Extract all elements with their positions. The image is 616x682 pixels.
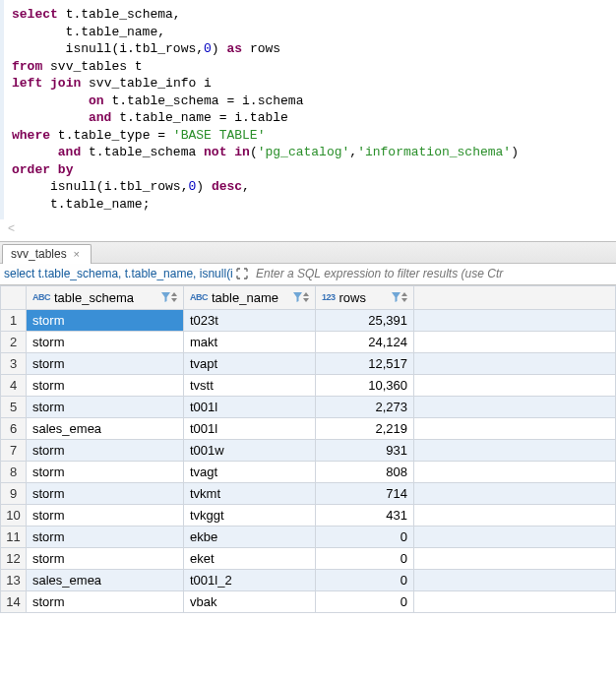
cell-table-name[interactable]: t001l_2 [184, 569, 316, 590]
cell-table-name[interactable]: makt [184, 331, 316, 352]
table-row[interactable]: 6sales_emeat001l2,219 [1, 417, 616, 439]
table-row[interactable]: 4stormtvstt10,360 [1, 374, 616, 396]
column-header-rows[interactable]: 123 rows [316, 285, 414, 309]
cell-table-name[interactable]: tvkggt [184, 504, 316, 526]
cell-table-name[interactable]: t023t [184, 309, 316, 331]
expand-filter-icon[interactable] [234, 266, 250, 281]
table-row[interactable]: 12stormeket0 [1, 547, 616, 569]
column-label: table_name [212, 290, 278, 305]
cell-table-name[interactable]: t001l [184, 396, 316, 417]
scroll-left-hint[interactable]: < [0, 219, 616, 237]
cell-table-schema[interactable]: storm [27, 547, 184, 569]
column-filter-icon[interactable] [161, 292, 177, 302]
table-row[interactable]: 7stormt001w931 [1, 439, 616, 461]
cell-table-name[interactable]: t001l [184, 417, 316, 439]
table-row[interactable]: 14stormvbak0 [1, 590, 616, 612]
cell-table-schema[interactable]: sales_emea [27, 417, 184, 439]
cell-table-schema[interactable]: storm [27, 439, 184, 461]
row-number[interactable]: 4 [1, 374, 27, 396]
cell-rows[interactable]: 0 [316, 547, 414, 569]
table-row[interactable]: 9stormtvkmt714 [1, 482, 616, 504]
table-row[interactable]: 13sales_emeat001l_20 [1, 569, 616, 590]
cell-rows[interactable]: 431 [316, 504, 414, 526]
row-number[interactable]: 14 [1, 590, 27, 612]
table-row[interactable]: 10stormtvkggt431 [1, 504, 616, 526]
cell-table-name[interactable]: vbak [184, 590, 316, 612]
results-grid[interactable]: ABC table_schema ABC table_name [0, 285, 616, 613]
cell-table-name[interactable]: t001w [184, 439, 316, 461]
cell-rows[interactable]: 808 [316, 461, 414, 482]
cell-pad [414, 396, 616, 417]
row-number[interactable]: 6 [1, 417, 27, 439]
cell-pad [414, 461, 616, 482]
row-number[interactable]: 3 [1, 352, 27, 374]
cell-table-name[interactable]: tvstt [184, 374, 316, 396]
cell-rows[interactable]: 10,360 [316, 374, 414, 396]
row-number[interactable]: 13 [1, 569, 27, 590]
column-header-pad [414, 285, 616, 309]
cell-rows[interactable]: 12,517 [316, 352, 414, 374]
cell-rows[interactable]: 25,391 [316, 309, 414, 331]
type-text-icon: ABC [190, 292, 208, 302]
table-row[interactable]: 11stormekbe0 [1, 526, 616, 547]
cell-table-schema[interactable]: storm [27, 309, 184, 331]
row-number-header[interactable] [1, 285, 27, 309]
results-tab-bar: svv_tables × [0, 242, 616, 264]
cell-pad [414, 547, 616, 569]
type-number-icon: 123 [322, 292, 336, 302]
cell-table-name[interactable]: tvkmt [184, 482, 316, 504]
close-icon[interactable]: × [71, 248, 83, 260]
cell-table-schema[interactable]: storm [27, 482, 184, 504]
cell-pad [414, 504, 616, 526]
cell-rows[interactable]: 0 [316, 569, 414, 590]
cell-table-name[interactable]: tvagt [184, 461, 316, 482]
cell-rows[interactable]: 24,124 [316, 331, 414, 352]
cell-table-schema[interactable]: storm [27, 504, 184, 526]
cell-table-name[interactable]: ekbe [184, 526, 316, 547]
column-label: rows [339, 290, 366, 305]
row-number[interactable]: 2 [1, 331, 27, 352]
cell-table-schema[interactable]: storm [27, 526, 184, 547]
cell-table-schema[interactable]: storm [27, 374, 184, 396]
sql-editor[interactable]: select t.table_schema, t.table_name, isn… [0, 0, 616, 219]
results-filter-bar: select t.table_schema, t.table_name, isn… [0, 264, 616, 285]
table-row[interactable]: 3stormtvapt12,517 [1, 352, 616, 374]
column-filter-icon[interactable] [392, 292, 407, 302]
row-number[interactable]: 12 [1, 547, 27, 569]
row-number[interactable]: 9 [1, 482, 27, 504]
table-row[interactable]: 8stormtvagt808 [1, 461, 616, 482]
cell-table-schema[interactable]: storm [27, 396, 184, 417]
row-number[interactable]: 7 [1, 439, 27, 461]
query-echo: select t.table_schema, t.table_name, isn… [0, 267, 232, 280]
column-header-name[interactable]: ABC table_name [184, 285, 316, 309]
cell-table-schema[interactable]: sales_emea [27, 569, 184, 590]
cell-table-schema[interactable]: storm [27, 352, 184, 374]
row-number[interactable]: 1 [1, 309, 27, 331]
cell-pad [414, 569, 616, 590]
cell-table-name[interactable]: tvapt [184, 352, 316, 374]
row-number[interactable]: 10 [1, 504, 27, 526]
cell-table-schema[interactable]: storm [27, 461, 184, 482]
table-row[interactable]: 2stormmakt24,124 [1, 331, 616, 352]
cell-rows[interactable]: 2,219 [316, 417, 414, 439]
cell-rows[interactable]: 2,273 [316, 396, 414, 417]
row-number[interactable]: 8 [1, 461, 27, 482]
cell-table-schema[interactable]: storm [27, 590, 184, 612]
row-number[interactable]: 5 [1, 396, 27, 417]
sql-filter-input[interactable] [252, 267, 616, 280]
cell-table-schema[interactable]: storm [27, 331, 184, 352]
column-label: table_schema [54, 290, 134, 305]
cell-table-name[interactable]: eket [184, 547, 316, 569]
column-header-schema[interactable]: ABC table_schema [27, 285, 184, 309]
results-tab[interactable]: svv_tables × [2, 244, 92, 264]
cell-pad [414, 352, 616, 374]
table-row[interactable]: 1stormt023t25,391 [1, 309, 616, 331]
cell-rows[interactable]: 0 [316, 526, 414, 547]
column-filter-icon[interactable] [293, 292, 309, 302]
table-row[interactable]: 5stormt001l2,273 [1, 396, 616, 417]
row-number[interactable]: 11 [1, 526, 27, 547]
cell-rows[interactable]: 931 [316, 439, 414, 461]
cell-pad [414, 439, 616, 461]
cell-rows[interactable]: 714 [316, 482, 414, 504]
cell-rows[interactable]: 0 [316, 590, 414, 612]
